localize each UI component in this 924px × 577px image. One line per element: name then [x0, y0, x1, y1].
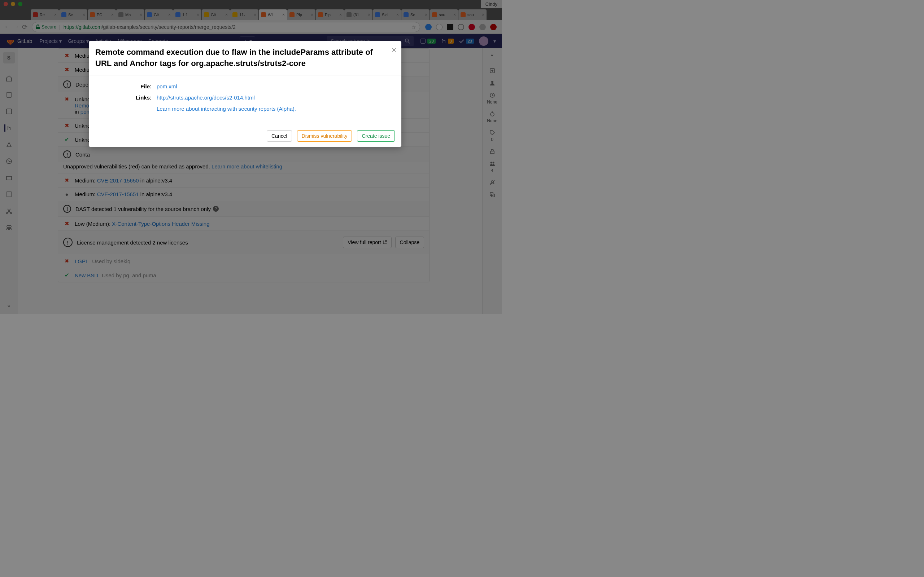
vulnerability-modal: Remote command execution due to flaw in … [89, 41, 401, 147]
external-link[interactable]: http://struts.apache.org/docs/s2-014.htm… [157, 95, 255, 101]
modal-header: Remote command execution due to flaw in … [89, 41, 401, 76]
modal-title: Remote command execution due to flaw in … [95, 47, 387, 69]
file-label: File: [95, 83, 157, 89]
create-issue-button[interactable]: Create issue [357, 130, 395, 142]
dismiss-button[interactable]: Dismiss vulnerability [297, 130, 352, 142]
modal-footer: Cancel Dismiss vulnerability Create issu… [89, 125, 401, 147]
close-icon[interactable]: × [392, 45, 396, 55]
file-link[interactable]: pom.xml [157, 83, 177, 89]
modal-body: File: pom.xml Links: http://struts.apach… [89, 76, 401, 125]
links-label: Links: [95, 95, 157, 101]
cancel-button[interactable]: Cancel [267, 130, 292, 142]
learn-more-link[interactable]: Learn more about interacting with securi… [157, 106, 296, 112]
